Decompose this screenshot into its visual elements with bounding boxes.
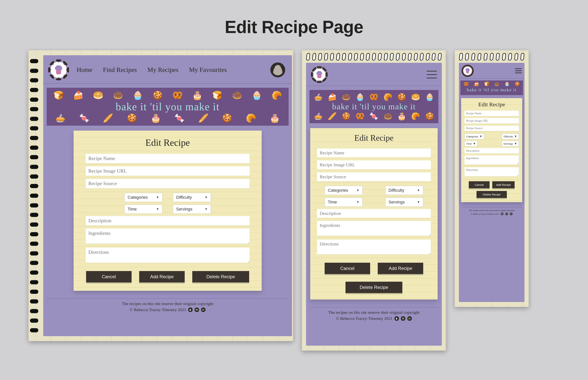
profile-avatar-icon[interactable] [270,62,285,77]
recipe-name-input[interactable] [317,149,431,157]
directions-input[interactable] [317,240,431,254]
ingredients-input[interactable] [86,228,250,244]
directions-input[interactable] [86,247,250,263]
croissant2-icon: 🥐 [411,113,420,120]
hero-banner: 🥧 🍰 🍩 🧁 🥨 🥐 🍪 🥯 🧁 bake it 'til you make … [310,90,438,123]
notebook-page: 🥨 🍰 🍞 🍩 🧁 🍪 bake it 'til you make it Edi… [459,63,524,302]
top-navbar [459,63,524,78]
time-dropdown[interactable]: Time▼ [124,205,162,214]
add-recipe-button[interactable]: Add Recipe [492,181,515,188]
categories-dropdown[interactable]: Categories▼ [465,134,484,139]
hamburger-menu-icon[interactable] [515,68,522,73]
github-icon[interactable]: ♞ [501,213,503,215]
tagline-text: bake it 'til you make it [49,99,287,114]
categories-dropdown[interactable]: Categories▼ [124,193,162,202]
bread3-icon: 🥖 [198,114,208,122]
description-input[interactable] [465,148,519,153]
donut-icon: 🍩 [113,91,123,99]
bread2-icon: 🥖 [328,113,337,120]
site-logo[interactable] [311,66,328,83]
recipe-image-input[interactable] [86,166,250,176]
message-icon[interactable]: ✉ [401,316,405,321]
birthday-cake-icon: 🎂 [151,114,161,122]
cake-slice-icon: 🍰 [73,91,84,99]
footer-credit: © Rebecca Tracey-Timoney 2021 [471,213,499,215]
recipe-source-input[interactable] [317,172,431,181]
chevron-down-icon: ▼ [156,196,159,199]
description-input[interactable] [86,216,250,226]
ingredients-input[interactable] [317,221,431,236]
github-icon[interactable]: ♞ [394,316,399,321]
time-dropdown[interactable]: Time▼ [325,198,363,207]
difficulty-dropdown[interactable]: Difficulty▼ [385,186,423,195]
choc-cake-icon: 🎂 [192,91,203,99]
chevron-down-icon: ▼ [417,189,420,192]
cancel-button[interactable]: Cancel [325,263,370,274]
mobile-frame: 🥨 🍰 🍞 🍩 🧁 🍪 bake it 'til you make it Edi… [455,50,529,307]
cookie-icon: 🍪 [397,93,406,101]
site-logo[interactable] [462,65,474,77]
cookie-icon: 🍪 [515,82,520,86]
delete-recipe-button[interactable]: Delete Recipe [192,271,249,283]
difficulty-dropdown[interactable]: Difficulty▼ [173,193,211,202]
responsive-frames-row: Home Find Recipes My Recipes My Favourit… [0,50,588,373]
desktop-frame: Home Find Recipes My Recipes My Favourit… [28,50,293,341]
message-icon[interactable]: ✉ [194,307,199,312]
site-logo[interactable] [48,59,69,80]
pink-donut-icon: 🍩 [232,91,242,99]
delete-recipe-button[interactable]: Delete Recipe [477,191,507,198]
cupcake-icon: 🧁 [133,91,143,99]
bread-icon: 🥯 [93,91,103,99]
servings-dropdown[interactable]: Servings▼ [385,198,423,207]
linkedin-icon[interactable]: in [510,213,513,215]
hero-banner: 🍞 🍰 🥯 🍩 🧁 🍪 🥨 🎂 🍞 🍩 🧁 🥐 bake it 'til you… [47,88,289,126]
pretzel-icon: 🥨 [369,93,378,101]
categories-dropdown[interactable]: Categories▼ [325,186,363,195]
nav-my-recipes[interactable]: My Recipes [148,66,178,74]
time-dropdown[interactable]: Time▼ [465,141,477,147]
cancel-button[interactable]: Cancel [86,271,132,283]
muffin-icon: 🧁 [252,91,262,99]
macaron-icon: 🍬 [79,114,89,122]
difficulty-dropdown[interactable]: Difficulty▼ [502,134,519,139]
edit-recipe-card: Edit Recipe Categories▼ Difficulty▼ Time… [461,98,522,202]
add-recipe-button[interactable]: Add Recipe [378,263,423,274]
delete-recipe-button[interactable]: Delete Recipe [346,282,402,293]
donut-icon: 🍩 [342,93,351,101]
cake2-icon: 🎂 [397,113,406,120]
pie2-icon: 🥧 [314,113,323,120]
cupcake-icon: 🧁 [504,82,509,86]
loaf-icon: 🍞 [53,91,64,99]
add-recipe-button[interactable]: Add Recipe [139,271,185,283]
spiral-binding-vertical [30,59,40,332]
chevron-down-icon: ▼ [205,208,208,211]
nav-favourites[interactable]: My Favourites [189,66,227,74]
recipe-name-input[interactable] [86,154,250,163]
nav-home[interactable]: Home [77,66,92,74]
cancel-button[interactable]: Cancel [469,181,490,188]
linkedin-icon[interactable]: in [407,316,412,321]
github-icon[interactable]: ♞ [188,307,193,312]
nav-find[interactable]: Find Recipes [103,66,137,74]
servings-dropdown[interactable]: Servings▼ [502,141,519,147]
page-footer: The recipes on this site reserve their o… [462,208,521,218]
spiral-binding-top [459,53,524,62]
recipe-image-input[interactable] [465,118,519,124]
page-title: Edit Recipe Page [0,0,588,50]
pie-icon: 🥧 [55,114,66,122]
message-icon[interactable]: ✉ [505,213,508,215]
recipe-source-input[interactable] [86,179,250,188]
servings-dropdown[interactable]: Servings▼ [173,205,211,214]
hamburger-menu-icon[interactable] [427,71,437,78]
linkedin-icon[interactable]: in [201,307,206,312]
directions-input[interactable] [465,167,519,176]
recipe-image-input[interactable] [317,160,431,169]
recipe-source-input[interactable] [465,125,519,131]
card-heading: Edit Recipe [86,137,250,148]
description-input[interactable] [317,209,431,218]
croissant2-icon: 🥐 [246,114,256,122]
ingredients-input[interactable] [465,155,519,165]
pie-icon: 🥧 [314,93,323,101]
recipe-name-input[interactable] [465,111,519,116]
pretzel2-icon: 🥨 [356,113,364,120]
